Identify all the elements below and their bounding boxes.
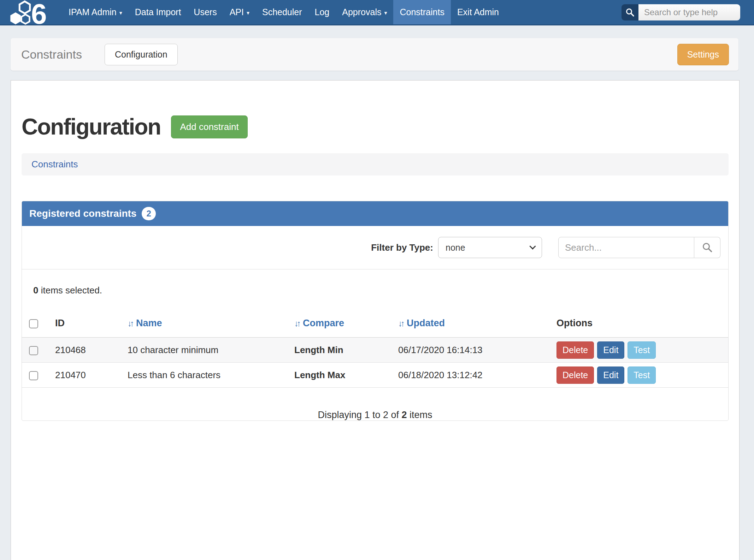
test-button[interactable]: Test [628, 367, 656, 384]
subheader: Constraints Configuration Settings [11, 38, 738, 71]
count-badge: 2 [142, 207, 155, 220]
caret-down-icon: ▾ [247, 10, 249, 16]
row-checkbox[interactable] [29, 346, 38, 355]
panel-title: Registered constraints [29, 208, 136, 219]
column-header-compare[interactable]: ↓↑Compare [294, 313, 398, 338]
row-checkbox[interactable] [29, 371, 38, 380]
panel-header: Registered constraints 2 [22, 201, 728, 226]
table-search-button[interactable] [694, 237, 720, 258]
navbar-search-input[interactable] [638, 4, 740, 20]
nav-item-approvals[interactable]: Approvals ▾ [336, 0, 393, 24]
table-row: 210470 Less than 6 characters Length Max… [22, 363, 728, 388]
test-button[interactable]: Test [628, 341, 656, 359]
sort-icon: ↓↑ [294, 318, 299, 328]
cell-name: Less than 6 characters [128, 363, 294, 388]
cell-name: 10 character minimum [128, 338, 294, 363]
type-filter-select[interactable]: none [438, 237, 542, 258]
add-constraint-button[interactable]: Add constraint [171, 115, 247, 138]
nav-menu: IPAM Admin ▾ Data Import Users API ▾ Sch… [62, 0, 505, 24]
selected-summary: 0 items selected. [33, 285, 728, 296]
delete-button[interactable]: Delete [556, 341, 594, 359]
sort-icon: ↓↑ [128, 318, 132, 328]
table-header-row: ID ↓↑Name ↓↑Compare ↓↑Updated Options [22, 313, 728, 338]
sort-icon: ↓↑ [398, 318, 403, 328]
breadcrumb-link-constraints[interactable]: Constraints [31, 159, 78, 169]
nav-item-log[interactable]: Log [308, 0, 336, 24]
cell-updated: 06/18/2020 13:12:42 [398, 363, 556, 388]
column-header-name[interactable]: ↓↑Name [128, 313, 294, 338]
caret-down-icon: ▾ [384, 10, 387, 16]
row-actions: Delete Edit Test [556, 341, 728, 359]
cell-updated: 06/17/2020 16:14:13 [398, 338, 556, 363]
type-filter: none [438, 237, 542, 258]
search-icon [702, 242, 713, 253]
registered-constraints-panel: Registered constraints 2 Filter by Type:… [22, 201, 729, 421]
app-logo: 6 [10, 0, 52, 24]
page-title: Configuration [22, 114, 160, 139]
main-card: Configuration Add constraint Constraints… [11, 80, 740, 560]
section-title: Constraints [21, 48, 82, 61]
nav-item-api[interactable]: API ▾ [223, 0, 256, 24]
selected-text: items selected. [38, 285, 102, 296]
cell-compare: Length Max [294, 363, 398, 388]
navbar-search [622, 4, 740, 20]
caret-down-icon: ▾ [119, 10, 122, 16]
breadcrumb: Constraints [22, 153, 729, 175]
nav-item-exit-admin[interactable]: Exit Admin [451, 0, 505, 24]
nav-item-data-import[interactable]: Data Import [129, 0, 188, 24]
select-all-checkbox[interactable] [29, 319, 38, 328]
hexagons-logo-icon: 6 [10, 0, 52, 25]
tab-configuration[interactable]: Configuration [105, 44, 178, 65]
table-row: 210468 10 character minimum Length Min 0… [22, 338, 728, 363]
selected-count: 0 [33, 285, 38, 296]
row-actions: Delete Edit Test [556, 367, 728, 384]
edit-button[interactable]: Edit [597, 367, 624, 384]
cell-id: 210470 [55, 363, 128, 388]
navbar: 6 IPAM Admin ▾ Data Import Users API ▾ S… [0, 0, 754, 25]
column-header-id: ID [55, 313, 128, 338]
constraints-table: ID ↓↑Name ↓↑Compare ↓↑Updated Options 21… [22, 313, 728, 388]
settings-button[interactable]: Settings [677, 44, 729, 65]
search-icon [622, 4, 638, 20]
nav-item-scheduler[interactable]: Scheduler [256, 0, 308, 24]
nav-item-ipam-admin[interactable]: IPAM Admin ▾ [62, 0, 129, 24]
logo-six: 6 [31, 0, 47, 25]
column-header-updated[interactable]: ↓↑Updated [398, 313, 556, 338]
heading-row: Configuration Add constraint [22, 114, 729, 139]
pagination-summary: Displaying 1 to 2 of 2 items [22, 410, 728, 421]
cell-id: 210468 [55, 338, 128, 363]
cell-compare: Length Min [294, 338, 398, 363]
edit-button[interactable]: Edit [597, 341, 624, 359]
nav-item-users[interactable]: Users [187, 0, 223, 24]
nav-item-constraints[interactable]: Constraints [393, 0, 450, 24]
table-search-input[interactable] [558, 237, 694, 258]
column-header-options: Options [556, 313, 728, 338]
delete-button[interactable]: Delete [556, 367, 594, 384]
filter-by-type-label: Filter by Type: [371, 242, 433, 253]
filter-row: Filter by Type: none [22, 226, 728, 269]
